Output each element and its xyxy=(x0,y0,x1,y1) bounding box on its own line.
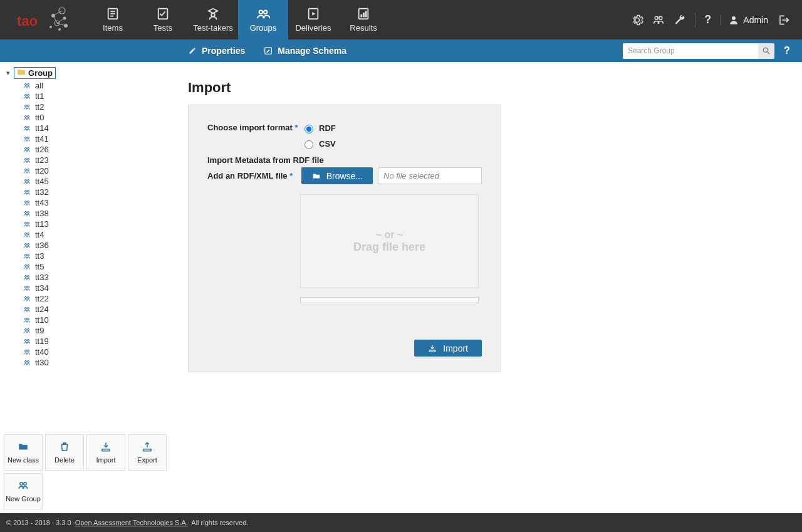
nav-results[interactable]: Results xyxy=(338,0,388,39)
svg-point-58 xyxy=(25,222,27,224)
tree-item-label: tt43 xyxy=(35,198,49,207)
tree-item[interactable]: all xyxy=(23,80,175,91)
nav-tests[interactable]: Tests xyxy=(138,0,188,39)
group-icon xyxy=(23,167,31,175)
toolbar-properties[interactable]: Properties xyxy=(188,46,245,56)
tree-item[interactable]: tt41 xyxy=(23,133,175,144)
users-icon[interactable] xyxy=(652,14,665,26)
toolbar-manage-schema[interactable]: Manage Schema xyxy=(264,46,346,56)
new-class-button[interactable]: New class xyxy=(4,434,43,471)
tree-item[interactable]: tt3 xyxy=(23,251,175,261)
tree-item[interactable]: tt36 xyxy=(23,240,175,251)
nav-deliveries[interactable]: Deliveries xyxy=(288,0,338,39)
tree-item[interactable]: tt1 xyxy=(23,91,175,102)
import-button[interactable]: Import xyxy=(86,434,125,471)
settings-icon[interactable] xyxy=(631,14,643,26)
group-icon xyxy=(23,348,31,356)
format-csv-option[interactable]: CSV xyxy=(301,138,336,149)
tree-item[interactable]: tt38 xyxy=(23,208,175,219)
tree-item-label: tt45 xyxy=(35,177,49,186)
svg-point-85 xyxy=(28,360,29,362)
svg-point-57 xyxy=(28,211,29,213)
svg-point-43 xyxy=(28,137,29,138)
svg-point-87 xyxy=(24,482,27,486)
svg-point-72 xyxy=(25,296,27,298)
group-icon xyxy=(23,231,31,239)
tree-item[interactable]: tt24 xyxy=(23,304,175,315)
svg-point-76 xyxy=(25,318,27,320)
tree-item[interactable]: tt40 xyxy=(23,347,175,357)
tree-item-label: tt41 xyxy=(35,134,49,143)
tree-item[interactable]: tt32 xyxy=(23,187,175,197)
nav-items[interactable]: Items xyxy=(88,0,138,39)
tree-item[interactable]: tt9 xyxy=(23,325,175,336)
delete-button[interactable]: Delete xyxy=(45,434,84,471)
logout-icon[interactable] xyxy=(777,14,789,26)
group-icon xyxy=(23,316,31,324)
tree-item[interactable]: tt19 xyxy=(23,336,175,347)
help-icon[interactable]: ? xyxy=(704,13,711,26)
tree-item-label: tt9 xyxy=(35,326,44,335)
nav-label: Test-takers xyxy=(193,23,233,33)
dropzone-or: ~ or ~ xyxy=(376,229,404,241)
tree-item[interactable]: tt13 xyxy=(23,219,175,229)
new-group-button[interactable]: New Group xyxy=(4,473,43,509)
svg-point-19 xyxy=(264,11,268,14)
search-input[interactable] xyxy=(623,43,758,59)
svg-point-35 xyxy=(28,94,29,96)
tree-item[interactable]: tt45 xyxy=(23,176,175,187)
footer-vendor-link[interactable]: Open Assessment Technologies S.A. xyxy=(75,519,188,526)
file-dropzone[interactable]: ~ or ~ Drag file here xyxy=(300,194,479,288)
nav-groups[interactable]: Groups xyxy=(238,0,288,39)
group-icon xyxy=(23,178,31,185)
tree-item[interactable]: tt20 xyxy=(23,165,175,176)
group-icon xyxy=(23,103,31,111)
svg-point-70 xyxy=(25,286,27,288)
tree-item[interactable]: tt34 xyxy=(23,283,175,293)
svg-point-59 xyxy=(28,222,29,224)
user-name: Admin xyxy=(743,15,768,25)
tree-item[interactable]: tt10 xyxy=(23,315,175,325)
tree-item-label: tt36 xyxy=(35,241,49,250)
svg-point-39 xyxy=(28,115,29,117)
resource-tree[interactable]: ▾ Group alltt1tt2tt0tt14tt41tt26tt23tt20… xyxy=(0,62,175,430)
export-button[interactable]: Export xyxy=(128,434,167,471)
svg-point-65 xyxy=(28,254,29,256)
tree-item[interactable]: tt26 xyxy=(23,144,175,155)
nav-label: Tests xyxy=(154,23,172,33)
tree-item-label: tt10 xyxy=(35,315,49,325)
radio-csv[interactable] xyxy=(305,140,313,149)
user-menu[interactable]: Admin xyxy=(720,14,768,26)
tree-item[interactable]: tt4 xyxy=(23,229,175,240)
tree-item[interactable]: tt22 xyxy=(23,293,175,304)
tree-toggle-icon[interactable]: ▾ xyxy=(5,69,11,77)
svg-point-53 xyxy=(28,190,29,192)
tree-item[interactable]: tt14 xyxy=(23,123,175,133)
submit-import-button[interactable]: Import xyxy=(414,340,482,357)
tree-root-node[interactable]: Group xyxy=(14,67,56,79)
format-rdf-option[interactable]: RDF xyxy=(301,123,336,133)
tree-item[interactable]: tt5 xyxy=(23,261,175,272)
nav-label: Groups xyxy=(250,23,277,33)
group-icon xyxy=(23,263,31,271)
svg-point-52 xyxy=(25,190,27,192)
search-button[interactable] xyxy=(758,43,774,59)
radio-rdf[interactable] xyxy=(305,125,313,133)
svg-point-18 xyxy=(259,11,263,14)
tree-item[interactable]: tt0 xyxy=(23,112,175,123)
tree-item[interactable]: tt43 xyxy=(23,197,175,208)
svg-point-61 xyxy=(28,232,29,234)
tree-item[interactable]: tt23 xyxy=(23,155,175,165)
tools-icon[interactable] xyxy=(674,14,686,26)
tree-item[interactable]: tt33 xyxy=(23,272,175,283)
tree-item[interactable]: tt2 xyxy=(23,102,175,112)
tree-item[interactable]: tt30 xyxy=(23,357,175,368)
group-icon xyxy=(23,221,31,228)
tree-item-label: tt23 xyxy=(35,155,49,165)
group-icon xyxy=(23,146,31,154)
svg-point-51 xyxy=(28,179,29,181)
group-icon xyxy=(23,125,31,132)
nav-test-takers[interactable]: Test-takers xyxy=(188,0,238,39)
browse-button[interactable]: Browse... xyxy=(301,167,373,184)
context-help-icon[interactable]: ? xyxy=(779,45,794,56)
